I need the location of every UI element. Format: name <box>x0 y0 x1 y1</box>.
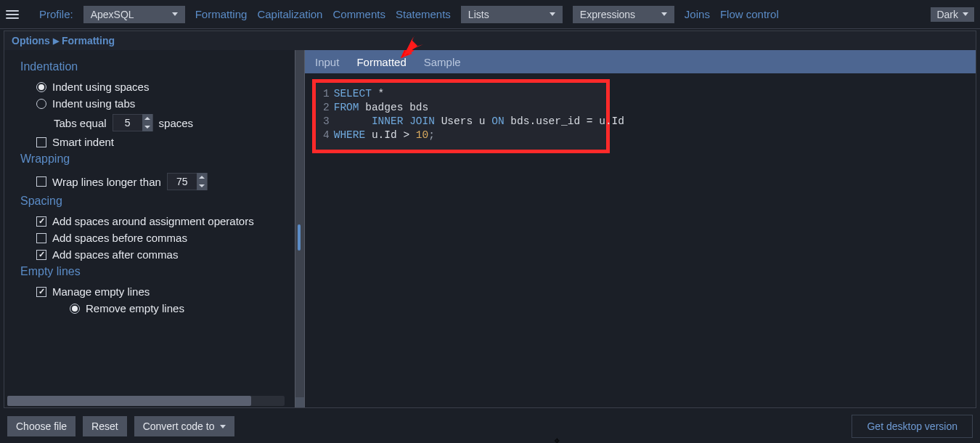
radio-indent-spaces[interactable] <box>36 82 46 92</box>
chk-spaces-before-commas[interactable] <box>36 233 46 243</box>
splitter-handle-icon[interactable] <box>298 224 301 251</box>
nav-comments[interactable]: Comments <box>332 8 385 20</box>
nav-flow-control[interactable]: Flow control <box>720 8 779 20</box>
section-indentation: Indentation <box>20 60 282 73</box>
theme-value: Dark <box>936 9 958 20</box>
lists-label: Lists <box>468 9 489 20</box>
options-h-scrollbar[interactable] <box>7 396 285 406</box>
label-spaces-after-commas: Add spaces after commas <box>52 248 178 261</box>
label-tabs-equal-post: spaces <box>159 117 194 129</box>
bottom-toolbar: Choose file Reset Convert code to Get de… <box>0 410 980 443</box>
chevron-down-icon <box>550 12 555 16</box>
tab-sample[interactable]: Sample <box>424 56 461 68</box>
nav-capitalization[interactable]: Capitalization <box>257 8 322 20</box>
main-area: Options ▶ Formatting Indentation Indent … <box>4 31 976 408</box>
label-tabs-equal: Tabs equal <box>54 117 107 129</box>
scrollbar-thumb[interactable] <box>7 396 251 406</box>
label-smart-indent: Smart indent <box>52 136 114 148</box>
label-remove-empty: Remove empty lines <box>86 302 184 314</box>
code-line-2: 2FROM badges bds <box>323 101 599 115</box>
chk-spaces-after-commas[interactable] <box>36 250 46 260</box>
label-spaces-assign: Add spaces around assignment operators <box>52 215 254 227</box>
label-indent-spaces: Indent using spaces <box>52 81 149 93</box>
stepper-up-icon[interactable] <box>197 173 207 182</box>
chk-spaces-assign[interactable] <box>36 216 46 227</box>
tabs-equal-input[interactable] <box>113 114 153 131</box>
tabs-equal-field[interactable] <box>113 117 142 129</box>
chk-manage-empty[interactable] <box>36 287 46 297</box>
radio-remove-empty[interactable] <box>70 304 80 314</box>
profile-dropdown[interactable]: ApexSQL <box>83 6 185 23</box>
code-line-1: 1SELECT * <box>323 87 599 101</box>
stepper-up-icon[interactable] <box>142 114 152 123</box>
chevron-down-icon <box>963 12 968 16</box>
profile-value: ApexSQL <box>91 9 134 20</box>
tab-formatted[interactable]: Formatted <box>356 56 406 68</box>
label-manage-empty: Manage empty lines <box>52 285 150 298</box>
stepper-down-icon[interactable] <box>197 182 207 190</box>
label-indent-tabs: Indent using tabs <box>52 97 135 110</box>
choose-file-button[interactable]: Choose file <box>7 416 75 436</box>
convert-code-dropdown[interactable]: Convert code to <box>134 416 235 436</box>
section-wrapping: Wrapping <box>20 153 282 166</box>
chk-wrap-lines[interactable] <box>36 176 46 187</box>
nav-joins[interactable]: Joins <box>685 8 710 20</box>
wrap-length-field[interactable] <box>168 176 197 187</box>
chevron-down-icon <box>661 12 667 16</box>
convert-code-label: Convert code to <box>143 420 215 432</box>
top-toolbar: Profile: ApexSQL Formatting Capitalizati… <box>0 0 980 29</box>
breadcrumb-current: Formatting <box>62 35 115 46</box>
label-spaces-before-commas: Add spaces before commas <box>52 232 187 244</box>
stepper-down-icon[interactable] <box>142 123 152 131</box>
code-tabs: Input Formatted Sample <box>305 50 976 73</box>
expressions-dropdown[interactable]: Expressions <box>573 6 674 23</box>
nav-formatting[interactable]: Formatting <box>195 8 248 20</box>
options-panel: Indentation Indent using spaces Indent u… <box>4 50 295 407</box>
code-line-4: 4WHERE u.Id > 10; <box>323 129 599 142</box>
chevron-down-icon <box>220 425 226 428</box>
get-desktop-version-button[interactable]: Get desktop version <box>852 415 973 438</box>
breadcrumb: Options ▶ Formatting <box>4 31 976 50</box>
section-spacing: Spacing <box>20 195 282 208</box>
expressions-label: Expressions <box>580 9 635 20</box>
code-editor[interactable]: 1SELECT * 2FROM badges bds 3 INNER JOIN … <box>312 79 610 153</box>
splitter-corner <box>295 397 304 407</box>
tab-input[interactable]: Input <box>315 56 339 68</box>
label-wrap-lines: Wrap lines longer than <box>52 176 161 188</box>
breadcrumb-root[interactable]: Options <box>12 35 50 46</box>
code-panel: Input Formatted Sample 1SELECT * 2FROM b… <box>305 50 976 407</box>
chevron-right-icon: ▶ <box>53 36 59 46</box>
menu-icon[interactable] <box>6 8 19 21</box>
theme-dropdown[interactable]: Dark <box>931 7 974 22</box>
chevron-down-icon <box>172 12 178 16</box>
code-line-3: 3 INNER JOIN Users u ON bds.user_id = u.… <box>323 115 599 129</box>
lists-dropdown[interactable]: Lists <box>461 6 563 23</box>
chk-smart-indent[interactable] <box>36 137 46 147</box>
section-empty-lines: Empty lines <box>20 265 282 278</box>
radio-indent-tabs[interactable] <box>36 99 46 109</box>
profile-label: Profile: <box>39 8 73 20</box>
nav-statements[interactable]: Statements <box>396 8 451 20</box>
wrap-length-input[interactable] <box>167 173 208 190</box>
reset-button[interactable]: Reset <box>83 416 127 436</box>
panel-splitter[interactable] <box>295 50 305 407</box>
